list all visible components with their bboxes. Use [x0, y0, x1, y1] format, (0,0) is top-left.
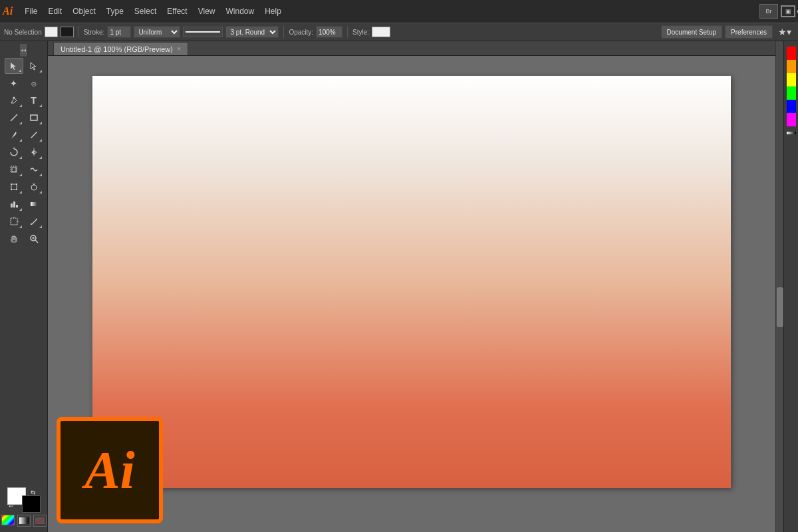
right-scrollbar[interactable]: [775, 41, 783, 532]
bridge-icon[interactable]: Br: [759, 4, 778, 19]
color-orange[interactable]: [787, 60, 796, 73]
color-red[interactable]: [787, 47, 796, 60]
menu-select[interactable]: Select: [129, 4, 162, 19]
artboard-tool[interactable]: [5, 213, 23, 229]
stroke-cap-select[interactable]: 3 pt. Round: [225, 26, 279, 38]
paint-brush-tool[interactable]: [5, 127, 23, 143]
color-ramp[interactable]: [787, 132, 796, 134]
background-color[interactable]: [22, 495, 41, 513]
color-bar: [787, 47, 796, 126]
menu-type[interactable]: Type: [101, 4, 129, 19]
tool-row-9: [0, 196, 47, 213]
separator-1: [78, 26, 79, 38]
menu-file[interactable]: File: [19, 4, 43, 19]
svg-rect-11: [16, 189, 17, 190]
lasso-tool[interactable]: ⌾: [25, 75, 43, 91]
free-transform-tool[interactable]: [5, 179, 23, 195]
pencil-tool[interactable]: [25, 127, 43, 143]
color-yellow[interactable]: [787, 73, 796, 86]
fill-swatch[interactable]: [45, 27, 58, 37]
stroke-type-select[interactable]: Uniform: [134, 26, 180, 38]
tool-row-2: ✦ ⌾: [0, 74, 47, 92]
magic-wand-tool[interactable]: ✦: [5, 75, 23, 91]
tab-close-btn[interactable]: ×: [177, 45, 181, 53]
svg-rect-10: [11, 189, 12, 190]
text-tool[interactable]: T: [25, 92, 43, 108]
menu-view[interactable]: View: [193, 4, 221, 19]
zoom-tool[interactable]: [25, 231, 43, 247]
preferences-button[interactable]: Preferences: [725, 25, 773, 39]
rectangle-tool[interactable]: [25, 110, 43, 126]
reset-colors-btn[interactable]: ↩: [9, 503, 17, 511]
svg-rect-8: [11, 184, 12, 185]
svg-rect-5: [12, 168, 16, 172]
scrollbar-thumb[interactable]: [777, 287, 783, 327]
hand-tool[interactable]: [5, 231, 23, 247]
scale-tool[interactable]: [5, 162, 23, 178]
rotate-tool[interactable]: [5, 144, 23, 160]
tab-bar: Untitled-1 @ 100% (RGB/Preview) ×: [48, 41, 775, 56]
canvas-container: Untitled-1 @ 100% (RGB/Preview) × Ai: [48, 41, 775, 532]
menu-effect[interactable]: Effect: [162, 4, 192, 19]
separator-2: [283, 26, 284, 38]
svg-rect-17: [11, 218, 17, 225]
menu-window[interactable]: Window: [220, 4, 259, 19]
svg-rect-9: [16, 184, 17, 185]
svg-point-0: [13, 97, 15, 99]
tool-row-8: [0, 178, 47, 196]
document-setup-button[interactable]: Document Setup: [661, 25, 723, 39]
opacity-input[interactable]: [316, 26, 342, 38]
column-graph-tool[interactable]: [5, 196, 23, 212]
stroke-weight-input[interactable]: [107, 26, 131, 38]
panel-collapse-btn[interactable]: ◂◂: [20, 44, 28, 57]
color-mode-row: [1, 515, 47, 527]
color-btn[interactable]: [1, 515, 15, 525]
reflect-tool[interactable]: [25, 144, 43, 160]
menu-object[interactable]: Object: [67, 4, 101, 19]
pen-tool[interactable]: [5, 92, 23, 108]
app-logo: Ai: [3, 5, 13, 17]
svg-rect-13: [11, 203, 13, 207]
style-swatch[interactable]: [372, 27, 390, 37]
color-area: ⇆ ↩: [0, 485, 47, 529]
line-segment-tool[interactable]: [5, 110, 23, 126]
tool-row-10: [0, 213, 47, 230]
tool-row-11: [0, 230, 47, 247]
gradient-tool[interactable]: [25, 196, 43, 212]
document-tab[interactable]: Untitled-1 @ 100% (RGB/Preview) ×: [53, 42, 188, 55]
stroke-swatch[interactable]: [61, 27, 74, 37]
tool-row-5: [0, 126, 47, 144]
color-green[interactable]: [787, 86, 796, 100]
warp-tool[interactable]: [25, 162, 43, 178]
selection-label: No Selection: [4, 29, 42, 36]
main-area: ◂◂ ✦ ⌾ T: [0, 41, 798, 532]
gradient-btn[interactable]: [17, 515, 31, 527]
tool-row-3: T: [0, 92, 47, 109]
style-label: Style:: [352, 29, 369, 36]
artboard[interactable]: [92, 76, 731, 488]
svg-point-12: [31, 185, 37, 190]
svg-rect-15: [16, 205, 18, 207]
tab-label: Untitled-1 @ 100% (RGB/Preview): [61, 45, 173, 53]
stroke-preview: [183, 27, 223, 37]
eyedropper-tool[interactable]: [25, 213, 43, 229]
menu-edit[interactable]: Edit: [43, 4, 67, 19]
menu-help[interactable]: Help: [259, 4, 287, 19]
right-panel: [783, 41, 798, 532]
tool-row-1: [0, 57, 47, 74]
svg-rect-2: [31, 115, 37, 120]
more-options-icon[interactable]: ★▾: [775, 27, 794, 37]
selection-tool[interactable]: [5, 58, 23, 74]
tool-row-6: [0, 144, 47, 161]
screen-mode-icon[interactable]: ▣ ▾: [781, 5, 795, 17]
svg-rect-7: [11, 184, 17, 190]
color-magenta[interactable]: [787, 113, 796, 126]
ai-logo-box: Ai: [57, 417, 163, 523]
color-blue[interactable]: [787, 100, 796, 113]
svg-line-21: [35, 240, 38, 243]
symbol-sprayer-tool[interactable]: [25, 179, 43, 195]
none-btn[interactable]: [33, 515, 47, 527]
left-toolbar: ◂◂ ✦ ⌾ T: [0, 41, 48, 532]
direct-selection-tool[interactable]: [25, 58, 43, 74]
options-bar: No Selection Stroke: Uniform 3 pt. Round…: [0, 23, 798, 41]
